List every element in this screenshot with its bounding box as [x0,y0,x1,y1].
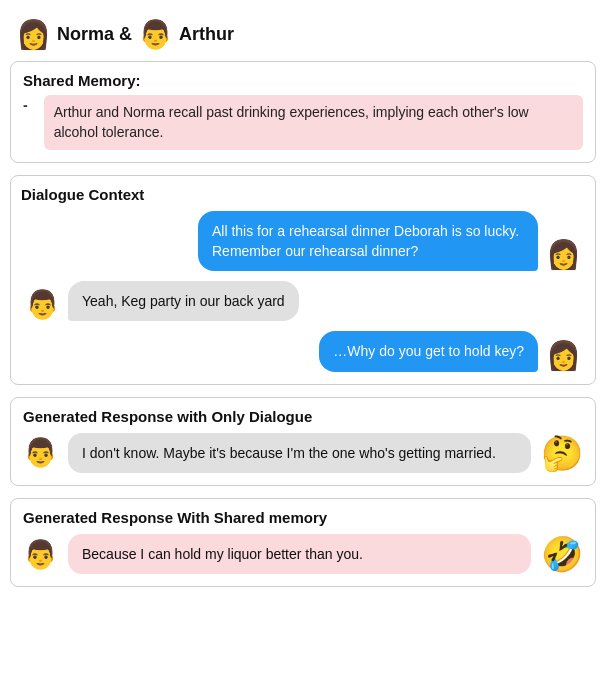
arthur-avatar-2: 👨 [25,288,60,321]
norma-avatar-1: 👩 [546,238,581,271]
generated-dialogue-bubble: I don't know. Maybe it's because I'm the… [68,433,531,473]
norma-avatar-3: 👩 [546,339,581,372]
reaction-emoji-1: 🤔 [541,433,583,473]
reaction-emoji-2: 🤣 [541,534,583,574]
chat-bubble-2: Yeah, Keg party in our back yard [68,281,299,321]
shared-memory-text: Arthur and Norma recall past drinking ex… [44,95,583,150]
chat-bubble-1: All this for a rehearsal dinner Deborah … [198,211,538,272]
shared-memory-title: Shared Memory: [23,72,583,89]
arthur-avatar-gen1: 👨 [23,436,58,469]
shared-memory-section: Shared Memory: - Arthur and Norma recall… [10,61,596,163]
norma-avatar-header: 👩 [16,18,51,51]
generated-dialogue-title: Generated Response with Only Dialogue [23,408,583,425]
generated-shared-bubble: Because I can hold my liquor better than… [68,534,531,574]
chat-row-3: 👩 …Why do you get to hold key? [25,331,581,371]
chat-row-2: 👨 Yeah, Keg party in our back yard [25,281,581,321]
arthur-avatar-gen2: 👨 [23,538,58,571]
shared-memory-dash: - [23,97,28,113]
generated-dialogue-section: Generated Response with Only Dialogue 👨 … [10,397,596,486]
generated-shared-title: Generated Response With Shared memory [23,509,583,526]
chat-row-1: 👩 All this for a rehearsal dinner Debora… [25,211,581,272]
dialogue-context-section: Dialogue Context 👩 All this for a rehear… [10,175,596,385]
arthur-label: Arthur [179,24,234,45]
chat-area: 👩 All this for a rehearsal dinner Debora… [21,211,585,372]
header: 👩 Norma & 👨 Arthur [10,10,596,61]
norma-label: Norma & [57,24,132,45]
dialogue-context-title: Dialogue Context [21,186,585,203]
shared-memory-row: - Arthur and Norma recall past drinking … [23,95,583,150]
generated-shared-section: Generated Response With Shared memory 👨 … [10,498,596,587]
chat-bubble-3: …Why do you get to hold key? [319,331,538,371]
arthur-avatar-header: 👨 [138,18,173,51]
generated-shared-row: 👨 Because I can hold my liquor better th… [23,534,583,574]
generated-dialogue-row: 👨 I don't know. Maybe it's because I'm t… [23,433,583,473]
